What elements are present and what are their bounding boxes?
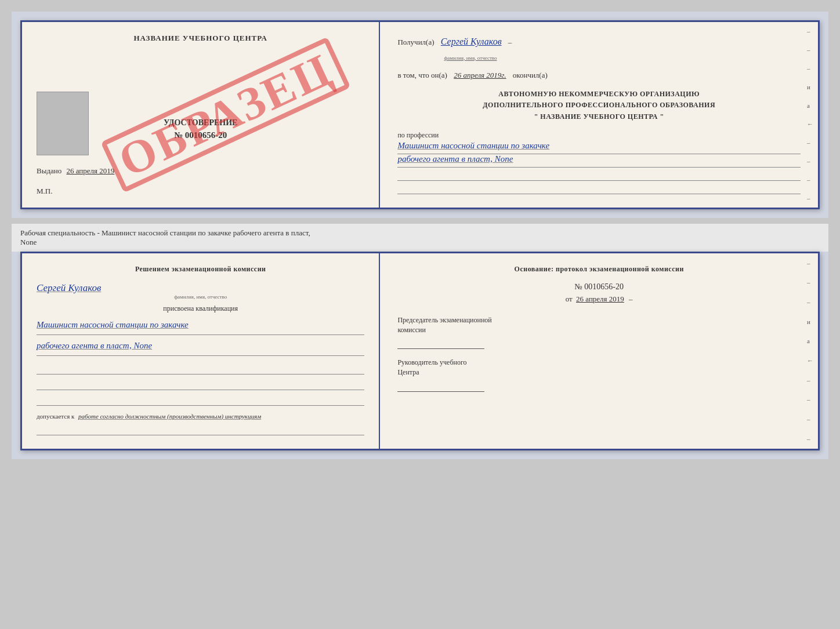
profession-dash-line2: рабочего агента в пласт, None <box>397 156 801 168</box>
separator-block: Рабочая специальность - Машинист насосно… <box>12 224 828 252</box>
separator-text: Рабочая специальность - Машинист насосно… <box>20 228 310 237</box>
date-line: в том, что он(а) 26 апреля 2019г. окончи… <box>397 71 801 80</box>
org-line1: АВТОНОМНУЮ НЕКОММЕРЧЕСКУЮ ОРГАНИЗАЦИЮ <box>397 89 801 100</box>
empty-dash-line <box>397 169 801 181</box>
leader-signature-line <box>397 380 484 392</box>
leader-label: Руководитель учебного Центра <box>397 358 801 377</box>
chairman-label2: комиссии <box>397 326 426 334</box>
qualification-line1: Машинист насосной станции по закачке <box>37 316 364 333</box>
leader-label2: Центра <box>397 368 419 376</box>
side-dashes-top: – – – и а ← – – – – <box>807 22 813 208</box>
chairman-label: Председатель экзаменационной комиссии <box>397 315 801 335</box>
name-subtitle-top: фамилия, имя, отчество <box>444 55 497 61</box>
date-prefix: в том, что он(а) <box>397 71 447 79</box>
qual-line2-block: рабочего агента в пласт, None <box>37 337 364 356</box>
protocol-date: от 26 апреля 2019 – <box>397 294 801 304</box>
issued-label: Выдано <box>37 166 61 175</box>
protocol-number-value: № 0010656-20 <box>574 282 624 291</box>
separator-text2: None <box>20 238 37 246</box>
bottom-person-block: Сергей Кулаков фамилия, имя, отчество <box>37 282 364 300</box>
received-prefix: Получил(а) <box>397 38 434 46</box>
blank-line1 <box>37 361 364 375</box>
admitted-value: работе согласно должностным (производств… <box>78 413 261 420</box>
protocol-number: № 0010656-20 <box>397 282 801 292</box>
leader-label1: Руководитель учебного <box>397 358 466 366</box>
commission-title: Решением экзаменационной комиссии <box>37 265 364 274</box>
top-left-panel: НАЗВАНИЕ УЧЕБНОГО ЦЕНТРА УДОСТОВЕРЕНИЕ №… <box>22 22 380 208</box>
issued-date-block: Выдано 26 апреля 2019 <box>37 166 364 176</box>
photo-placeholder <box>37 92 89 155</box>
date-value: 26 апреля 2019г. <box>454 71 506 79</box>
mp-label: М.П. <box>37 187 52 196</box>
bottom-certificate: Решением экзаменационной комиссии Сергей… <box>20 252 820 450</box>
chairman-signature-line <box>397 337 484 349</box>
org-block: АВТОНОМНУЮ НЕКОММЕРЧЕСКУЮ ОРГАНИЗАЦИЮ ДО… <box>397 89 801 122</box>
qualification-assigned-label: присвоена квалификация <box>37 304 364 313</box>
qual-line1-block: Машинист насосной станции по закачке <box>37 316 364 335</box>
blank-line4 <box>37 421 364 435</box>
top-right-panel: – – – и а ← – – – – Получил(а) Сергей Ку… <box>380 22 818 208</box>
protocol-date-value: 26 апреля 2019 <box>576 294 624 303</box>
org-line2: ДОПОЛНИТЕЛЬНОГО ПРОФЕССИОНАЛЬНОГО ОБРАЗО… <box>397 100 801 111</box>
top-document-container: НАЗВАНИЕ УЧЕБНОГО ЦЕНТРА УДОСТОВЕРЕНИЕ №… <box>12 12 828 218</box>
org-line3: " НАЗВАНИЕ УЧЕБНОГО ЦЕНТРА " <box>397 111 801 122</box>
qualification-line2: рабочего агента в пласт, None <box>37 337 364 354</box>
top-certificate: НАЗВАНИЕ УЧЕБНОГО ЦЕНТРА УДОСТОВЕРЕНИЕ №… <box>20 20 820 209</box>
received-line: Получил(а) Сергей Кулаков – фамилия, имя… <box>397 34 801 64</box>
basis-title: Основание: протокол экзаменационной коми… <box>397 265 801 274</box>
bottom-name-subtitle: фамилия, имя, отчество <box>37 294 364 300</box>
issued-date-value: 26 апреля 2019 <box>67 166 115 175</box>
admitted-block: допускается к работе согласно должностны… <box>37 413 364 420</box>
bottom-document-container: Решением экзаменационной комиссии Сергей… <box>12 252 828 459</box>
blank-line2 <box>37 376 364 390</box>
empty-dash-line2 <box>397 183 801 194</box>
protocol-date-prefix: от <box>566 294 573 303</box>
bottom-right-panel: – – – и а ← – – – – Основание: протокол … <box>380 253 818 449</box>
received-name: Сергей Кулаков <box>441 37 502 46</box>
side-dashes-bottom: – – – и а ← – – – – <box>807 253 813 449</box>
bottom-person-name: Сергей Кулаков <box>37 282 101 293</box>
admitted-prefix: допускается к <box>37 413 74 420</box>
bottom-left-panel: Решением экзаменационной комиссии Сергей… <box>22 253 380 449</box>
top-school-name: НАЗВАНИЕ УЧЕБНОГО ЦЕНТРА <box>37 34 364 43</box>
date-suffix: окончил(а) <box>513 71 548 79</box>
chairman-label1: Председатель экзаменационной <box>397 316 491 324</box>
profession-line2: рабочего агента в пласт, None <box>397 151 513 167</box>
blank-line3 <box>37 392 364 406</box>
